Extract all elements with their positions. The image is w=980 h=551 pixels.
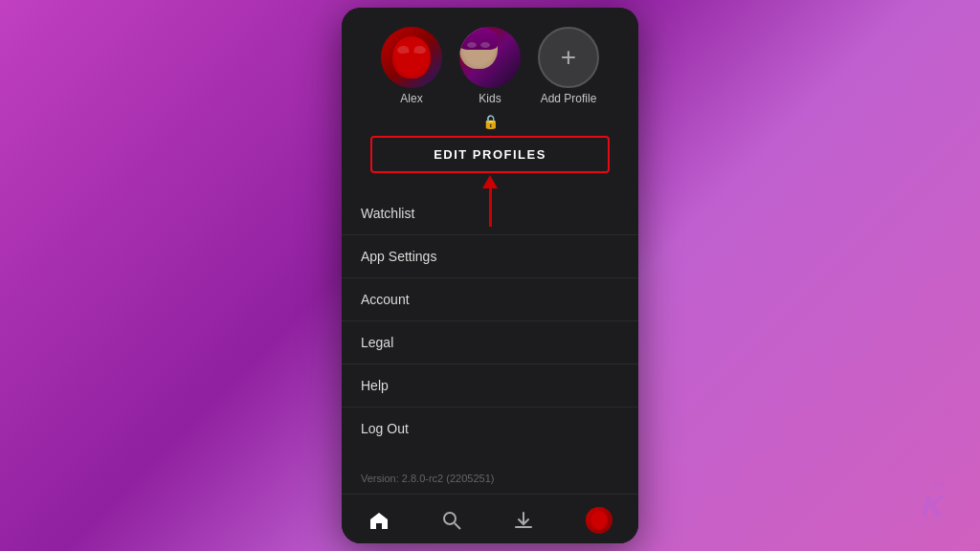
profile-item-add[interactable]: + Add Profile — [538, 27, 599, 105]
dot1 — [933, 483, 937, 487]
menu-item-app-settings[interactable]: App Settings — [342, 235, 638, 278]
arrow-up-head — [482, 175, 498, 188]
nav-search[interactable] — [442, 511, 461, 530]
lock-icon: 🔒 — [482, 114, 499, 129]
avatar-kids — [459, 27, 521, 88]
menu-item-account[interactable]: Account — [342, 278, 638, 321]
svg-line-1 — [455, 523, 460, 529]
nav-home[interactable] — [368, 511, 390, 530]
phone-container: Alex Kids + Add Profile — [342, 8, 638, 543]
edit-profiles-button[interactable]: EDIT PROFILES — [370, 136, 610, 173]
bottom-nav — [342, 494, 638, 543]
menu-item-help[interactable]: Help — [342, 364, 638, 408]
avatar-alex — [381, 27, 442, 88]
k-logo-container: K — [922, 483, 944, 524]
nav-download[interactable] — [514, 511, 533, 530]
profile-label-kids: Kids — [479, 92, 501, 105]
k-dots — [922, 483, 944, 487]
profile-label-add: Add Profile — [541, 92, 597, 105]
profile-item-kids[interactable]: Kids — [459, 27, 521, 105]
profiles-row: Alex Kids + Add Profile — [381, 27, 599, 105]
k-logo: K — [922, 489, 944, 523]
profiles-section: Alex Kids + Add Profile — [342, 8, 638, 192]
profile-item-alex[interactable]: Alex — [381, 27, 442, 105]
profile-label-alex: Alex — [400, 92, 422, 105]
arrow-up-body — [489, 188, 492, 227]
menu-item-logout[interactable]: Log Out — [342, 408, 638, 450]
dot2 — [940, 483, 944, 487]
avatar-add: + — [538, 27, 599, 88]
menu-item-legal[interactable]: Legal — [342, 321, 638, 364]
lock-icon-container: 🔒 — [482, 113, 499, 130]
menu-list: Watchlist App Settings Account Legal Hel… — [342, 192, 638, 463]
version-text: Version: 2.8.0-rc2 (2205251) — [342, 463, 638, 494]
nav-profile[interactable] — [586, 507, 612, 534]
svg-point-0 — [444, 513, 456, 524]
annotation-arrow — [482, 175, 498, 227]
plus-icon: + — [561, 44, 576, 71]
